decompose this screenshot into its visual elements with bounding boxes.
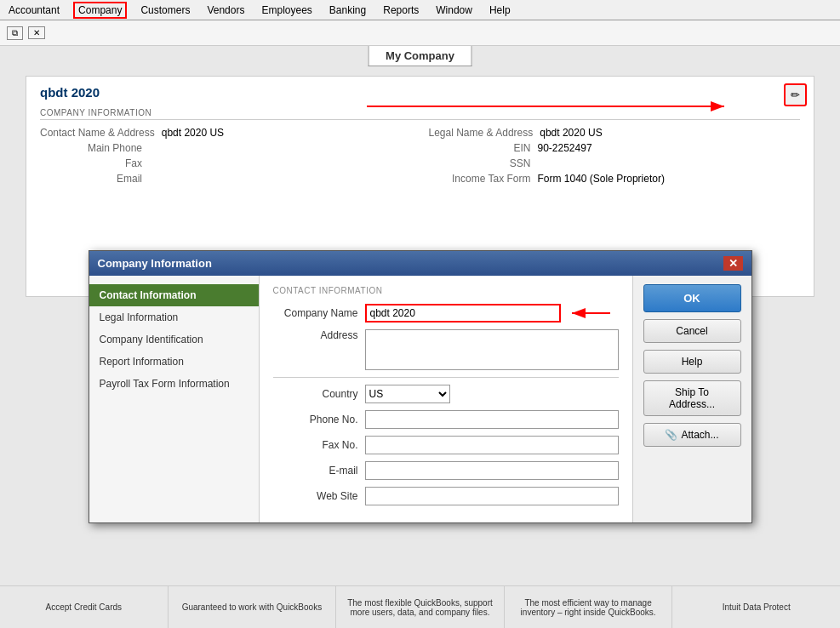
bottom-item-1[interactable]: Guaranteed to work with QuickBooks bbox=[169, 586, 337, 628]
cancel-button[interactable]: Cancel bbox=[643, 319, 741, 343]
email-dialog-row: E-mail bbox=[273, 461, 619, 480]
fax-row: Fax bbox=[40, 157, 412, 169]
window-restore-btn[interactable]: ⧉ bbox=[7, 26, 23, 40]
address-input[interactable] bbox=[365, 329, 619, 370]
window-toolbar: ⧉ ✕ bbox=[0, 20, 840, 46]
ein-value: 90-2252497 bbox=[538, 142, 592, 154]
menu-banking[interactable]: Banking bbox=[326, 3, 369, 17]
menu-accountant[interactable]: Accountant bbox=[5, 3, 63, 17]
fax-dialog-label: Fax No. bbox=[273, 439, 358, 451]
form-section-label: CONTACT INFORMATION bbox=[273, 286, 619, 295]
attach-icon: 📎 bbox=[665, 429, 677, 441]
tax-form-label: Income Tax Form bbox=[429, 173, 531, 185]
ship-to-button[interactable]: Ship To Address... bbox=[643, 380, 741, 416]
phone-label: Phone No. bbox=[273, 414, 358, 425]
bottom-item-4[interactable]: Intuit Data Protect bbox=[672, 586, 840, 628]
menu-help[interactable]: Help bbox=[486, 3, 514, 17]
ssn-label: SSN bbox=[429, 157, 531, 169]
company-information-dialog: Company Information ✕ Contact Informatio… bbox=[89, 250, 752, 523]
bottom-item-0[interactable]: Accept Credit Cards bbox=[0, 586, 169, 628]
country-select[interactable]: US Canada UK Other bbox=[365, 385, 450, 403]
address-label: Address bbox=[273, 329, 358, 341]
menu-employees[interactable]: Employees bbox=[258, 3, 315, 17]
website-row: Web Site bbox=[273, 487, 619, 505]
company-name-arrow bbox=[568, 304, 619, 323]
section-label: COMPANY INFORMATION bbox=[40, 108, 800, 120]
bottom-item-2[interactable]: The most flexible QuickBooks, support mo… bbox=[336, 586, 505, 628]
fax-label: Fax bbox=[40, 157, 142, 169]
company-name-row: Company Name bbox=[273, 304, 619, 323]
contact-name-label: Contact Name & Address bbox=[40, 127, 155, 139]
legal-name-value: qbdt 2020 US bbox=[540, 127, 602, 139]
email-row: Email bbox=[40, 173, 412, 185]
attach-button[interactable]: 📎 Attach... bbox=[643, 423, 741, 447]
website-input[interactable] bbox=[365, 487, 619, 505]
window-chrome: ⧉ ✕ bbox=[7, 26, 45, 40]
company-name-input[interactable] bbox=[365, 304, 561, 323]
nav-company-identification[interactable]: Company Identification bbox=[89, 328, 259, 351]
bottom-bar: Accept Credit Cards Guaranteed to work w… bbox=[0, 585, 840, 628]
dialog-titlebar: Company Information ✕ bbox=[89, 251, 751, 276]
my-company-tab[interactable]: My Company bbox=[368, 46, 472, 66]
nav-payroll-tax-form[interactable]: Payroll Tax Form Information bbox=[89, 373, 259, 395]
email-input[interactable] bbox=[365, 461, 619, 480]
dialog-close-button[interactable]: ✕ bbox=[723, 256, 743, 271]
email-dialog-label: E-mail bbox=[273, 465, 358, 477]
nav-report-information[interactable]: Report Information bbox=[89, 351, 259, 373]
nav-legal-information[interactable]: Legal Information bbox=[89, 306, 259, 328]
contact-name-row: Contact Name & Address qbdt 2020 US bbox=[40, 127, 412, 139]
company-name-label: Company Name bbox=[273, 307, 358, 319]
main-phone-label: Main Phone bbox=[40, 142, 142, 154]
edit-button[interactable]: ✏ bbox=[784, 83, 807, 106]
phone-input[interactable] bbox=[365, 410, 619, 429]
ssn-row: SSN bbox=[429, 157, 801, 169]
contact-name-value: qbdt 2020 US bbox=[162, 127, 224, 139]
form-panel: CONTACT INFORMATION Company Name bbox=[260, 276, 632, 522]
menu-reports[interactable]: Reports bbox=[380, 3, 422, 17]
dialog-title: Company Information bbox=[98, 257, 212, 270]
menu-customers[interactable]: Customers bbox=[137, 3, 193, 17]
buttons-panel: OK Cancel Help Ship To Address... 📎 Atta… bbox=[632, 276, 751, 522]
ok-button[interactable]: OK bbox=[643, 284, 741, 312]
edit-icon: ✏ bbox=[791, 88, 800, 101]
country-row: Country US Canada UK Other bbox=[273, 385, 619, 403]
window-close-btn[interactable]: ✕ bbox=[28, 26, 45, 39]
attach-label: Attach... bbox=[681, 429, 718, 441]
menu-bar: Accountant Company Customers Vendors Emp… bbox=[0, 0, 840, 20]
fax-input[interactable] bbox=[365, 436, 619, 454]
nav-panel: Contact Information Legal Information Co… bbox=[89, 276, 260, 522]
country-label: Country bbox=[273, 388, 358, 400]
website-label: Web Site bbox=[273, 490, 358, 502]
main-phone-row: Main Phone bbox=[40, 142, 412, 154]
menu-window[interactable]: Window bbox=[432, 3, 476, 17]
nav-contact-information[interactable]: Contact Information bbox=[89, 284, 259, 306]
phone-row: Phone No. bbox=[273, 410, 619, 429]
legal-name-row: Legal Name & Address qbdt 2020 US bbox=[429, 127, 801, 139]
help-button[interactable]: Help bbox=[643, 350, 741, 374]
tax-form-value: Form 1040 (Sole Proprietor) bbox=[538, 173, 665, 185]
email-label: Email bbox=[40, 173, 142, 185]
fax-dialog-row: Fax No. bbox=[273, 436, 619, 454]
company-info-grid: Contact Name & Address qbdt 2020 US Main… bbox=[40, 127, 800, 188]
legal-name-label: Legal Name & Address bbox=[429, 127, 534, 139]
address-row: Address bbox=[273, 329, 619, 370]
tax-form-row: Income Tax Form Form 1040 (Sole Propriet… bbox=[429, 173, 801, 185]
page-title: qbdt 2020 bbox=[40, 85, 800, 100]
menu-vendors[interactable]: Vendors bbox=[203, 3, 248, 17]
menu-company[interactable]: Company bbox=[73, 2, 127, 19]
dialog-body: Contact Information Legal Information Co… bbox=[89, 276, 751, 522]
main-window: ⧉ ✕ My Company qbdt 2020 COMPANY INFORMA… bbox=[0, 20, 840, 628]
ein-label: EIN bbox=[429, 142, 531, 154]
ein-row: EIN 90-2252497 bbox=[429, 142, 801, 154]
bottom-item-3[interactable]: The most efficient way to manage invento… bbox=[505, 586, 673, 628]
